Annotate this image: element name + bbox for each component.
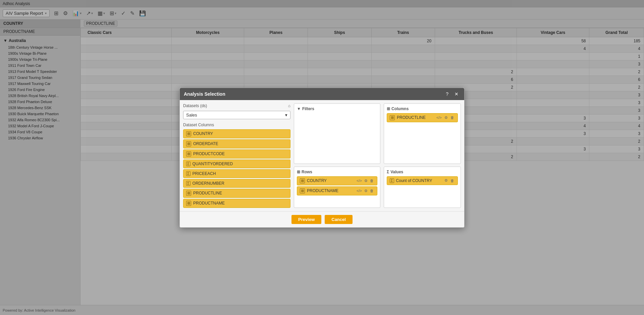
- value-item-count-country[interactable]: Σ Count of COUNTRY ⚙ 🗑: [387, 176, 458, 185]
- delete-button[interactable]: 🗑: [369, 189, 374, 193]
- filter-icon: ▼: [297, 106, 301, 111]
- modal-title: Analysis Selection: [184, 91, 225, 97]
- table-icon: ⊞: [300, 178, 305, 183]
- modal-header-actions: ? ✕: [444, 91, 460, 97]
- rows-panel: ⊞ Rows ⊞ COUNTRY </> ⚙ 🗑: [294, 167, 380, 208]
- analysis-selection-modal: Analysis Selection ? ✕ Datasets (ds) ⌂ S…: [179, 88, 465, 228]
- column-item-country[interactable]: ⊞ COUNTRY: [183, 129, 290, 138]
- table-icon: ⊞: [186, 201, 191, 206]
- modal-help-button[interactable]: ?: [444, 91, 450, 97]
- table-icon: ⊞: [186, 141, 191, 146]
- preview-button[interactable]: Preview: [291, 215, 321, 224]
- sigma-icon: Σ: [387, 170, 389, 174]
- column-name: PRICEEACH: [193, 171, 216, 176]
- column-name: PRODUCTLINE: [193, 191, 222, 195]
- columns-header: ⊞ Columns: [387, 106, 458, 111]
- chevron-down-icon: ▾: [285, 113, 287, 118]
- value-item-actions: </> ⚙ 🗑: [436, 116, 455, 120]
- column-section-item-productline[interactable]: ⊞ PRODUCTLINE </> ⚙ 🗑: [387, 113, 458, 122]
- modal-right-panel: ⊞ Columns ⊞ PRODUCTLINE </> ⚙ 🗑: [384, 103, 461, 208]
- column-name: PRODUCTCODE: [193, 151, 225, 156]
- row-item-actions: </> ⚙ 🗑: [356, 189, 374, 193]
- row-item-actions: </> ⚙ 🗑: [356, 179, 374, 183]
- sigma-icon: Σ: [390, 178, 394, 183]
- code-button[interactable]: </>: [356, 179, 363, 183]
- columns-icon: ⊞: [387, 106, 390, 111]
- column-section-name: PRODUCTLINE: [397, 115, 426, 120]
- table-icon: ⊞: [186, 191, 191, 196]
- dataset-columns-label: Dataset Columns: [183, 123, 290, 127]
- settings-button[interactable]: ⚙: [444, 116, 448, 120]
- rows-icon: ⊞: [297, 170, 300, 174]
- column-item-priceeach[interactable]: Σ PRICEEACH: [183, 169, 290, 178]
- delete-button[interactable]: 🗑: [450, 179, 455, 183]
- table-icon: ⊞: [300, 188, 305, 193]
- row-name: COUNTRY: [307, 178, 327, 183]
- datasets-label: Datasets (ds) ⌂: [183, 103, 290, 108]
- code-button[interactable]: </>: [356, 189, 363, 193]
- dataset-selector[interactable]: Sales ▾: [183, 111, 290, 119]
- column-name: QUANTITYORDERED: [193, 162, 233, 166]
- value-item-actions: ⚙ 🗑: [444, 178, 455, 183]
- modal-middle-panel: ▼ Filters ⊞ Rows ⊞ COUNTRY: [294, 103, 380, 208]
- table-icon: ⊞: [186, 131, 191, 136]
- settings-button[interactable]: ⚙: [444, 178, 448, 183]
- code-button[interactable]: </>: [436, 116, 442, 120]
- home-icon[interactable]: ⌂: [288, 103, 290, 108]
- delete-button[interactable]: 🗑: [450, 116, 455, 120]
- column-name: ORDERDATE: [193, 141, 218, 146]
- value-name: Count of COUNTRY: [396, 178, 432, 183]
- modal-footer: Preview Cancel: [180, 211, 464, 227]
- row-name: PRODUCTNAME: [307, 188, 338, 193]
- settings-button[interactable]: ⚙: [364, 189, 368, 193]
- modal-datasets-panel: Datasets (ds) ⌂ Sales ▾ Dataset Columns …: [183, 103, 290, 208]
- sigma-icon: Σ: [186, 181, 191, 186]
- modal-close-button[interactable]: ✕: [453, 91, 460, 97]
- column-list: ⊞ COUNTRY ⊞ ORDERDATE ⊞ PRODUCTCODE Σ QU…: [183, 129, 290, 208]
- filters-panel: ▼ Filters: [294, 103, 380, 164]
- column-name: PRODUCTNAME: [193, 201, 225, 206]
- settings-button[interactable]: ⚙: [364, 179, 368, 183]
- column-item-ordernumber[interactable]: Σ ORDERNUMBER: [183, 179, 290, 188]
- cancel-button[interactable]: Cancel: [325, 215, 353, 224]
- column-item-productname[interactable]: ⊞ PRODUCTNAME: [183, 199, 290, 208]
- modal-body: Datasets (ds) ⌂ Sales ▾ Dataset Columns …: [180, 100, 464, 211]
- filters-header: ▼ Filters: [297, 106, 377, 111]
- table-icon: ⊞: [186, 151, 191, 156]
- modal-overlay: Analysis Selection ? ✕ Datasets (ds) ⌂ S…: [0, 0, 644, 315]
- column-item-quantityordered[interactable]: Σ QUANTITYORDERED: [183, 160, 290, 168]
- values-header: Σ Values: [387, 170, 458, 174]
- column-item-orderdate[interactable]: ⊞ ORDERDATE: [183, 139, 290, 148]
- row-item-productname[interactable]: ⊞ PRODUCTNAME </> ⚙ 🗑: [297, 186, 377, 195]
- column-item-productline[interactable]: ⊞ PRODUCTLINE: [183, 189, 290, 198]
- values-panel: Σ Values Σ Count of COUNTRY ⚙ 🗑: [384, 167, 461, 208]
- columns-panel: ⊞ Columns ⊞ PRODUCTLINE </> ⚙ 🗑: [384, 103, 461, 164]
- dataset-value: Sales: [186, 113, 197, 118]
- column-name: COUNTRY: [193, 131, 213, 136]
- rows-header: ⊞ Rows: [297, 170, 377, 174]
- column-name: ORDERNUMBER: [193, 181, 224, 186]
- sigma-icon: Σ: [186, 171, 191, 176]
- sigma-icon: Σ: [186, 162, 191, 166]
- column-item-productcode[interactable]: ⊞ PRODUCTCODE: [183, 149, 290, 159]
- modal-header: Analysis Selection ? ✕: [180, 88, 464, 100]
- row-item-country[interactable]: ⊞ COUNTRY </> ⚙ 🗑: [297, 176, 377, 185]
- table-icon: ⊞: [390, 115, 395, 120]
- delete-button[interactable]: 🗑: [369, 179, 374, 183]
